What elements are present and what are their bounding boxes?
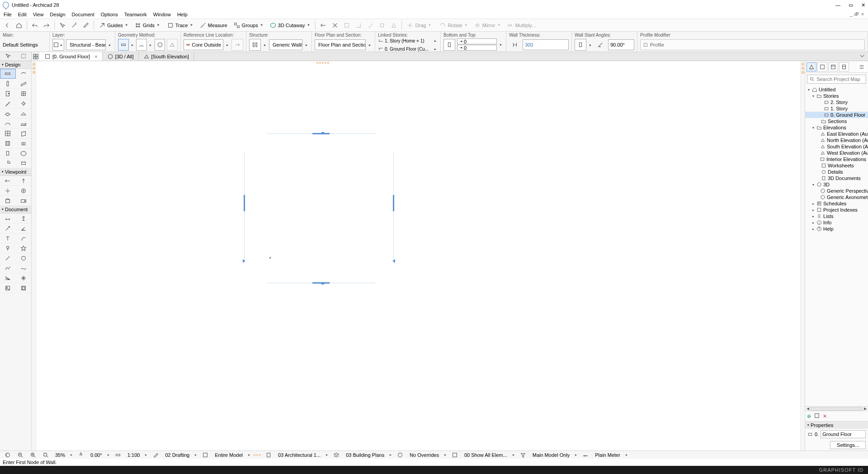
circle-tool[interactable] xyxy=(16,253,32,263)
roof-tool[interactable] xyxy=(16,109,32,118)
pen-set-button[interactable] xyxy=(151,451,160,459)
worksheet-tool[interactable] xyxy=(16,186,32,196)
zone-tool[interactable] xyxy=(0,158,16,168)
undo-button[interactable] xyxy=(29,20,40,30)
spline-tool[interactable] xyxy=(16,263,32,273)
nav-tab-publisher[interactable] xyxy=(839,62,849,71)
tree-elev-w[interactable]: West Elevation (Auto-r xyxy=(827,150,868,156)
mdi-controls[interactable]: _ 🗗 × xyxy=(850,12,864,17)
slab-tool[interactable] xyxy=(0,109,16,118)
model-filter-value[interactable]: Entire Model xyxy=(213,451,245,459)
tree-3d[interactable]: 3D xyxy=(823,182,830,187)
tree-persp[interactable]: Generic Perspective xyxy=(827,188,868,194)
dimension-tool[interactable] xyxy=(0,213,16,223)
settings-button[interactable]: Settings... xyxy=(830,441,866,449)
bot-input[interactable] xyxy=(464,45,495,51)
linked-top[interactable]: 1. Story (Home + 1) xyxy=(385,38,432,43)
elevation-tool[interactable] xyxy=(16,176,32,186)
menu-options[interactable]: Options xyxy=(101,12,118,17)
snap1-button[interactable] xyxy=(318,20,329,30)
radial-dim-tool[interactable] xyxy=(0,223,16,233)
struct-field[interactable]: Generic Wall/S... xyxy=(269,39,302,50)
struct-filter-value[interactable]: Main Model Only xyxy=(531,451,572,459)
detail-tool[interactable] xyxy=(0,196,16,206)
scale-value[interactable]: 1:100 xyxy=(126,451,142,459)
menu-window[interactable]: Window xyxy=(153,12,171,17)
tree-elev-e[interactable]: East Elevation (Auto-re xyxy=(827,131,868,137)
eyedropper-button[interactable] xyxy=(80,20,91,30)
column-tool[interactable] xyxy=(0,79,16,89)
home-button[interactable] xyxy=(14,20,24,30)
tree-details[interactable]: Details xyxy=(828,169,843,175)
nav-back-button[interactable] xyxy=(2,20,13,30)
tree-elev-s[interactable]: South Elevation (Auto- xyxy=(827,144,868,149)
linked-bot[interactable]: 0. Ground Floor (Cu... xyxy=(385,47,432,52)
beam-tool[interactable] xyxy=(16,79,32,89)
object-tool[interactable] xyxy=(16,148,32,158)
wall-tool[interactable] xyxy=(0,69,16,79)
label-tool[interactable] xyxy=(16,233,32,243)
tree-hscroll[interactable]: ◀▶ xyxy=(805,406,868,411)
tree-props-icon[interactable] xyxy=(814,412,820,420)
prop-name-input[interactable] xyxy=(822,431,864,437)
marquee-tool[interactable] xyxy=(20,53,27,60)
change-tool[interactable] xyxy=(16,243,32,253)
line-tool[interactable] xyxy=(0,253,16,263)
geom-straight-button[interactable] xyxy=(118,39,129,51)
dim-unit-button[interactable] xyxy=(580,451,590,459)
morph-tool[interactable] xyxy=(0,148,16,158)
toolbox-viewpoint-header[interactable]: Viewpoint xyxy=(0,168,31,176)
angle-value[interactable]: 0.00° xyxy=(89,451,104,459)
railing-tool[interactable] xyxy=(16,138,32,148)
orientation-button[interactable] xyxy=(76,451,86,459)
cutaway-dropdown[interactable]: 3D Cutaway▼ xyxy=(267,20,313,30)
grid-element-tool[interactable] xyxy=(0,128,16,138)
maximize-button[interactable]: ▭ xyxy=(849,2,853,8)
zoom-in-button[interactable] xyxy=(28,451,38,459)
snap2-button[interactable] xyxy=(330,20,340,30)
tab-close-icon[interactable]: × xyxy=(94,54,97,59)
tab-south-elevation[interactable]: [South Elevation] xyxy=(139,52,194,61)
mvo-button[interactable] xyxy=(264,451,274,459)
mesh-tool[interactable] xyxy=(16,118,32,128)
layer-flyout[interactable]: ▸ xyxy=(108,43,112,47)
tree-story-2[interactable]: 2. Story xyxy=(830,100,848,105)
toolbox-document-header[interactable]: Document xyxy=(0,206,31,213)
struct-filter-button[interactable] xyxy=(518,451,528,459)
trace-dropdown[interactable]: Trace▼ xyxy=(165,20,196,30)
search-input[interactable] xyxy=(816,76,864,82)
drawing-tool[interactable] xyxy=(16,283,32,293)
renov-value[interactable]: 00 Show All Elem... xyxy=(462,451,509,459)
tree-elevations[interactable]: Elevations xyxy=(823,125,846,130)
override-button[interactable] xyxy=(395,451,405,459)
menu-file[interactable]: File xyxy=(4,12,12,17)
fill-tool[interactable] xyxy=(0,273,16,283)
drawing-canvas[interactable]: × xyxy=(36,61,800,450)
tree-doc3d[interactable]: 3D Documents xyxy=(828,175,861,181)
nav-tab-project-map[interactable] xyxy=(807,62,816,71)
groups-dropdown[interactable]: Groups▼ xyxy=(231,20,266,30)
zoom-value[interactable]: 35% xyxy=(53,451,67,459)
slant-type-button[interactable] xyxy=(575,39,586,51)
tree-help[interactable]: Help xyxy=(823,226,834,232)
thickness-input[interactable] xyxy=(525,42,566,47)
brand-label[interactable]: GRAPHISOFT ID xyxy=(819,467,863,473)
menu-view[interactable]: View xyxy=(33,12,44,17)
menu-help[interactable]: Help xyxy=(177,12,188,17)
layer-combo-button[interactable] xyxy=(331,451,341,459)
tree-schedules[interactable]: Schedules xyxy=(823,201,846,206)
door-tool[interactable] xyxy=(0,89,16,99)
marker-tool[interactable] xyxy=(0,243,16,253)
tab-3d[interactable]: [3D / All] xyxy=(103,52,139,61)
menu-document[interactable]: Document xyxy=(72,12,94,17)
pick-button[interactable] xyxy=(57,20,68,30)
layer-field[interactable]: Structural - Bearing xyxy=(66,39,106,50)
bottop-icon[interactable] xyxy=(443,39,455,51)
close-button[interactable]: ✕ xyxy=(861,2,865,8)
nav-menu-icon[interactable] xyxy=(857,62,867,71)
tree-lists[interactable]: Lists xyxy=(823,213,834,219)
nav-tab-view-map[interactable] xyxy=(817,62,827,71)
light-tool[interactable] xyxy=(16,99,32,109)
mvo-value[interactable]: 03 Architectural 1... xyxy=(276,451,322,459)
tab-overflow[interactable] xyxy=(856,52,868,61)
